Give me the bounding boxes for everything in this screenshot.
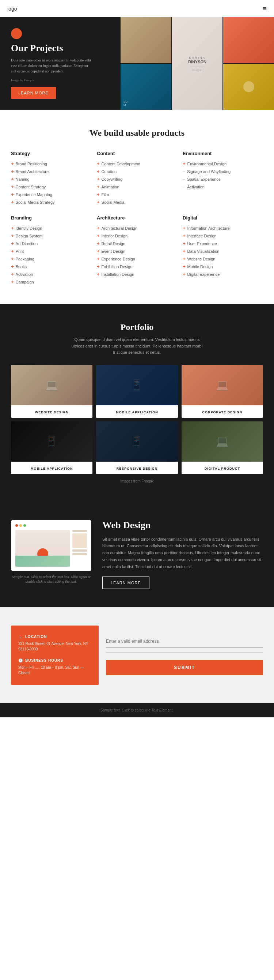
hero-content: Our Projects Duis aute irure dolor in re… bbox=[11, 28, 91, 99]
services-col-5-heading: Digital bbox=[183, 215, 263, 221]
services-icon-5-1: + bbox=[183, 233, 185, 239]
portfolio-label-text-2: CORPORATE DESIGN bbox=[202, 410, 242, 414]
services-icon-2-1: – bbox=[183, 169, 185, 174]
services-item-5-5: +Mobile Design bbox=[183, 262, 263, 270]
portfolio-item-0[interactable]: 💻WEBSITE DESIGN bbox=[11, 365, 92, 418]
services-item-0-5: +Social Media Strategy bbox=[11, 198, 91, 206]
services-item-5-1: +Interface Design bbox=[183, 232, 263, 240]
webdesign-learn-more-button[interactable]: LEARN MORE bbox=[102, 576, 149, 589]
mockup-bar-2 bbox=[72, 533, 87, 548]
portfolio-img-4: 📱 bbox=[96, 422, 177, 461]
hero-img-4: SUM bbox=[120, 64, 171, 110]
mockup-body bbox=[15, 530, 87, 566]
services-item-3-5: +Books bbox=[11, 262, 91, 270]
services-icon-1-5: + bbox=[97, 199, 100, 205]
hamburger-icon[interactable]: ≡ bbox=[263, 5, 267, 13]
portfolio-label-text-1: MOBILE APPLICATION bbox=[116, 410, 158, 414]
portfolio-item-2[interactable]: 💻CORPORATE DESIGN bbox=[182, 365, 263, 418]
portfolio-item-1[interactable]: 📱MOBILE APPLICATION bbox=[96, 365, 177, 418]
phone-icon: 📱 bbox=[130, 379, 143, 391]
services-icon-5-3: + bbox=[183, 248, 185, 254]
hero-title: Our Projects bbox=[11, 43, 91, 54]
services-icon-0-0: + bbox=[11, 161, 14, 167]
services-col-4: Architecture+Architectural Design+Interi… bbox=[97, 215, 177, 286]
webdesign-content: Web Design Sit amet massa vitae tortor c… bbox=[102, 520, 263, 589]
hero-images: KARINA DINYSON Designer SUM bbox=[120, 17, 274, 110]
services-icon-5-5: + bbox=[183, 264, 185, 269]
email-input[interactable] bbox=[106, 635, 263, 648]
services-col-0: Strategy+Brand Positioning+Brand Archite… bbox=[11, 151, 91, 206]
services-col-1: Content+Content Development+Curation+Cop… bbox=[97, 151, 177, 206]
services-icon-0-4: + bbox=[11, 192, 14, 197]
mockup-illustration bbox=[15, 530, 70, 566]
services-item-0-3: +Content Strategy bbox=[11, 183, 91, 191]
services-item-5-3: +Data Visualization bbox=[183, 247, 263, 255]
services-item-4-1: +Interior Design bbox=[97, 232, 177, 240]
services-item-4-4: +Experience Design bbox=[97, 255, 177, 262]
services-icon-5-2: + bbox=[183, 241, 185, 246]
services-col-2-heading: Environment bbox=[183, 151, 263, 156]
webdesign-text: Sit amet massa vitae tortor condimentum … bbox=[102, 536, 263, 570]
services-icon-5-4: + bbox=[183, 256, 185, 262]
services-icon-4-3: + bbox=[97, 248, 100, 254]
services-icon-4-2: + bbox=[97, 241, 100, 246]
card-title: DINYSON bbox=[188, 60, 206, 64]
location-label: 📍 LOCATION bbox=[18, 635, 91, 639]
services-section: We build usable products Strategy+Brand … bbox=[0, 110, 274, 304]
hero-learn-more-button[interactable]: LEARN MORE bbox=[11, 87, 56, 99]
services-item-1-2: +Copywriting bbox=[97, 175, 177, 183]
services-icon-3-7: + bbox=[11, 279, 14, 285]
services-item-1-4: +Film bbox=[97, 191, 177, 198]
form-divider bbox=[106, 652, 263, 652]
portfolio-item-3[interactable]: 📱MOBILE APPLICATION bbox=[11, 422, 92, 474]
services-icon-4-5: + bbox=[97, 264, 100, 269]
portfolio-description: Quam quisque id diam vel quam elementum.… bbox=[68, 337, 206, 356]
services-icon-1-3: + bbox=[97, 184, 100, 189]
services-item-3-1: +Design System bbox=[11, 232, 91, 240]
services-col-1-heading: Content bbox=[97, 151, 177, 156]
services-icon-1-4: + bbox=[97, 192, 100, 197]
footer-text: Sample text. Click to select the Text El… bbox=[7, 708, 267, 712]
location-icon: 📍 bbox=[18, 635, 23, 639]
portfolio-img-5: 💻 bbox=[182, 422, 263, 461]
services-icon-3-0: + bbox=[11, 225, 14, 231]
phone-icon: 📱 bbox=[45, 435, 58, 447]
services-item-4-3: +Event Design bbox=[97, 247, 177, 255]
portfolio-item-4[interactable]: 📱RESPONSIVE DESIGN bbox=[96, 422, 177, 474]
submit-button[interactable]: SUBMIT bbox=[106, 660, 263, 675]
services-icon-2-2: – bbox=[183, 176, 185, 182]
services-icon-4-1: + bbox=[97, 233, 100, 239]
services-item-3-0: +Identity Design bbox=[11, 224, 91, 232]
portfolio-img-3: 📱 bbox=[11, 422, 92, 461]
services-item-5-6: +Digital Experience bbox=[183, 270, 263, 278]
portfolio-item-5[interactable]: 💻DIGITAL PRODUCT bbox=[182, 422, 263, 474]
services-icon-0-3: + bbox=[11, 184, 14, 189]
portfolio-grid: 💻WEBSITE DESIGN📱MOBILE APPLICATION💻CORPO… bbox=[11, 365, 263, 474]
hero-text: Duis aute irure dolor in reprehenderit i… bbox=[11, 57, 91, 74]
services-item-5-0: +Information Architecture bbox=[183, 224, 263, 232]
services-icon-1-2: + bbox=[97, 176, 100, 182]
services-item-1-3: +Animation bbox=[97, 183, 177, 191]
services-item-4-6: +Installation Design bbox=[97, 270, 177, 278]
mockup-dots bbox=[15, 524, 87, 527]
services-item-3-7: +Campaign bbox=[11, 278, 91, 286]
mockup-dot-green bbox=[24, 524, 26, 527]
mockup-dot-yellow bbox=[19, 524, 22, 527]
hours-label: 🕐 BUSINESS HOURS bbox=[18, 659, 91, 662]
services-item-2-3: –Activation bbox=[183, 183, 263, 191]
services-icon-2-0: + bbox=[183, 161, 185, 167]
footer: Sample text. Click to select the Text El… bbox=[0, 703, 274, 718]
services-item-2-2: –Spatial Experience bbox=[183, 175, 263, 183]
mockup-bar-3 bbox=[72, 549, 87, 552]
services-item-1-5: +Social Media bbox=[97, 198, 177, 206]
webdesign-title: Web Design bbox=[102, 520, 263, 531]
portfolio-label-4: RESPONSIVE DESIGN bbox=[96, 461, 177, 474]
services-col-5: Digital+Information Architecture+Interfa… bbox=[183, 215, 263, 286]
services-icon-0-1: + bbox=[11, 169, 14, 174]
services-item-5-2: +User Experience bbox=[183, 240, 263, 247]
services-icon-5-0: + bbox=[183, 225, 185, 231]
hero-img-5 bbox=[223, 64, 274, 110]
services-icon-3-1: + bbox=[11, 233, 14, 239]
contact-section: 📍 LOCATION 321 Rock Street, 01 Avenue, N… bbox=[0, 607, 274, 703]
portfolio-label-3: MOBILE APPLICATION bbox=[11, 461, 92, 474]
